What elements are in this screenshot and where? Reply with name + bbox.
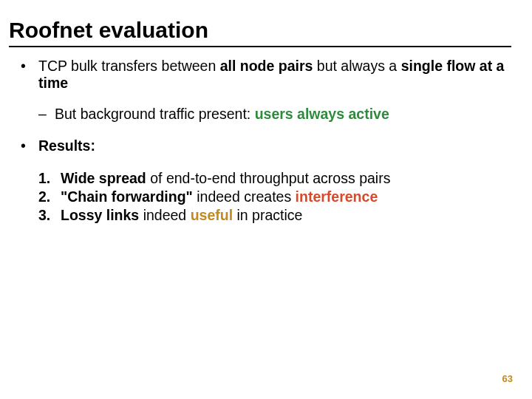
- bullet-body: Lossy links indeed useful in practice: [61, 207, 511, 224]
- text-orange: useful: [191, 207, 233, 223]
- text-red: interference: [296, 188, 378, 205]
- num-marker: 3.: [38, 207, 61, 224]
- text-bold: Lossy links: [61, 207, 139, 223]
- bullet-body: Wide spread of end-to-end throughput acr…: [61, 170, 511, 187]
- text-green: users always active: [255, 106, 389, 122]
- bullet-body: Results:: [38, 137, 511, 154]
- bullet-body: "Chain forwarding" indeed creates interf…: [61, 188, 511, 205]
- bullet-main-1: • TCP bulk transfers between all node pa…: [21, 58, 511, 92]
- numbered-item-3: 3. Lossy links indeed useful in practice: [38, 207, 511, 224]
- bullet-body: But background traffic present: users al…: [55, 106, 511, 123]
- bullet-body: TCP bulk transfers between all node pair…: [38, 58, 511, 92]
- num-marker: 2.: [38, 188, 61, 205]
- bullet-marker: •: [21, 58, 38, 92]
- slide-content: • TCP bulk transfers between all node pa…: [9, 58, 511, 225]
- numbered-item-2: 2. "Chain forwarding" indeed creates int…: [38, 188, 511, 205]
- text: of end-to-end throughput across pairs: [146, 170, 391, 186]
- page-number: 63: [502, 373, 513, 384]
- text: indeed: [139, 207, 190, 223]
- slide-title: Roofnet evaluation: [9, 18, 511, 47]
- dash-marker: –: [38, 106, 55, 123]
- text: But background traffic present:: [55, 106, 255, 122]
- bullet-main-2: • Results:: [21, 137, 511, 154]
- text: in practice: [233, 207, 302, 223]
- text: TCP bulk transfers between: [38, 58, 220, 74]
- text: but always a: [313, 58, 400, 74]
- text: indeed creates: [193, 188, 296, 205]
- text-bold: all node pairs: [220, 58, 313, 74]
- text-bold: Wide spread: [61, 170, 146, 186]
- numbered-item-1: 1. Wide spread of end-to-end throughput …: [38, 170, 511, 187]
- bullet-marker: •: [21, 137, 38, 154]
- bullet-sub-1: – But background traffic present: users …: [38, 106, 511, 123]
- text-bold: "Chain forwarding": [61, 188, 193, 205]
- num-marker: 1.: [38, 170, 61, 187]
